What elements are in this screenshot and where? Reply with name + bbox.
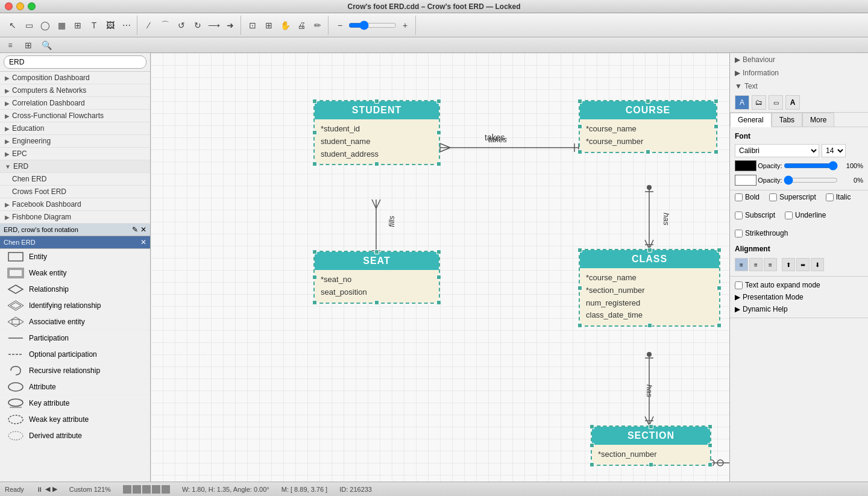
align-left-btn[interactable]: ≡ xyxy=(735,258,748,271)
prev-btn[interactable]: ◀ xyxy=(45,485,50,493)
handle[interactable] xyxy=(647,323,652,328)
handle[interactable] xyxy=(577,124,582,129)
image-tool[interactable]: 🖼 xyxy=(102,17,118,33)
handle[interactable] xyxy=(436,275,441,280)
superscript-checkbox-group[interactable]: Superscript xyxy=(769,193,816,201)
handle[interactable] xyxy=(436,300,441,305)
shape-derived-attribute[interactable]: Derived attribute xyxy=(0,428,150,444)
handle[interactable] xyxy=(312,99,317,104)
sidebar-item-correlation[interactable]: ▶ Correlation Dashboard xyxy=(0,97,150,110)
handle[interactable] xyxy=(590,443,594,448)
sidebar-item-computers[interactable]: ▶ Computers & Networks xyxy=(0,84,150,97)
curved-tool[interactable]: ⌒ xyxy=(157,17,173,33)
handle[interactable] xyxy=(436,250,441,254)
handle[interactable] xyxy=(590,424,594,429)
panel-text[interactable]: ▼ Text xyxy=(730,80,868,93)
more-shapes[interactable]: ⋯ xyxy=(119,17,134,33)
entity-section[interactable]: SECTION *section_number xyxy=(591,425,711,466)
handle[interactable] xyxy=(646,99,650,104)
page-btn-5[interactable] xyxy=(162,485,170,494)
underline-checkbox[interactable] xyxy=(785,212,793,219)
font-family-select[interactable]: Calibri Arial Times New Roman xyxy=(735,144,819,157)
text-tool[interactable]: T xyxy=(86,17,102,33)
align-right-btn[interactable]: ≡ xyxy=(764,258,777,271)
sidebar-item-crossfunctional[interactable]: ▶ Cross-Functional Flowcharts xyxy=(0,110,150,122)
pencil-tool[interactable]: ✏ xyxy=(310,17,326,33)
bg-color-box[interactable] xyxy=(735,175,756,186)
grid-view-icon[interactable]: ⊞ xyxy=(20,37,36,53)
entity-class[interactable]: CLASS *course_name *section_number num_r… xyxy=(579,249,720,327)
close-lib-icon[interactable]: ✕ xyxy=(140,225,146,234)
shape-weak-key-attribute[interactable]: Weak key attribute xyxy=(0,412,150,428)
underline-checkbox-group[interactable]: Underline xyxy=(785,211,826,219)
panel-information[interactable]: ▶ Information xyxy=(730,66,868,80)
arrow-tool[interactable]: ➜ xyxy=(222,17,238,33)
minimize-button[interactable] xyxy=(16,2,24,10)
handle[interactable] xyxy=(708,462,712,467)
zoom-slider[interactable] xyxy=(348,20,397,30)
handle[interactable] xyxy=(708,424,712,429)
strikethrough-checkbox[interactable] xyxy=(735,230,743,237)
handle[interactable] xyxy=(717,323,722,328)
strikethrough-checkbox-group[interactable]: Strikethrough xyxy=(735,229,788,237)
redo-tool[interactable]: ↻ xyxy=(190,17,206,33)
handle[interactable] xyxy=(374,250,379,254)
select-tool[interactable]: ↖ xyxy=(5,17,20,33)
align-center-btn[interactable]: ≡ xyxy=(749,258,763,271)
sidebar-item-education[interactable]: ▶ Education xyxy=(0,122,150,135)
entity-student[interactable]: STUDENT *student_id student_name student… xyxy=(313,100,440,165)
text-auto-expand-checkbox[interactable] xyxy=(735,281,743,289)
edit-lib-icon[interactable]: ✎ xyxy=(132,225,138,234)
undo-tool[interactable]: ↺ xyxy=(174,17,189,33)
bold-checkbox[interactable] xyxy=(735,193,743,201)
handle[interactable] xyxy=(714,149,719,154)
canvas[interactable]: takes fills has has teaches takes STUDEN… xyxy=(151,53,729,482)
sidebar-item-epc[interactable]: ▶ EPC xyxy=(0,148,150,160)
handle[interactable] xyxy=(646,149,650,154)
zoom-in[interactable]: + xyxy=(397,17,413,33)
handle[interactable] xyxy=(436,130,441,135)
next-btn[interactable]: ▶ xyxy=(52,485,57,493)
close-lib2-icon[interactable]: ✕ xyxy=(140,238,146,246)
text-color-btn[interactable]: A xyxy=(735,95,749,110)
handle[interactable] xyxy=(312,162,317,166)
zoom-fit[interactable]: ⊞ xyxy=(261,17,277,33)
smart-connect[interactable]: ⟶ xyxy=(206,17,222,33)
entity-seat[interactable]: SEAT *seat_no seat_position xyxy=(313,251,440,304)
align-middle-btn[interactable]: ⬌ xyxy=(796,258,810,271)
shape-entity[interactable]: Entity xyxy=(0,249,150,265)
search-input[interactable] xyxy=(4,55,146,69)
handle[interactable] xyxy=(577,248,582,253)
italic-checkbox[interactable] xyxy=(826,193,834,201)
presentation-mode-row[interactable]: ▶ Presentation Mode xyxy=(735,291,863,303)
handle[interactable] xyxy=(647,248,652,253)
handle[interactable] xyxy=(590,462,594,467)
align-top-btn[interactable]: ⬆ xyxy=(782,258,795,271)
handle[interactable] xyxy=(708,443,712,448)
handle[interactable] xyxy=(312,130,317,135)
text-bg-btn[interactable]: 🗂 xyxy=(752,95,766,110)
align-bottom-btn[interactable]: ⬇ xyxy=(811,258,824,271)
handle[interactable] xyxy=(312,275,317,280)
handle[interactable] xyxy=(374,300,379,305)
font-size-select[interactable]: 14 12 16 18 xyxy=(822,144,846,157)
pause-btn[interactable]: ⏸ xyxy=(36,486,43,493)
tab-more[interactable]: More xyxy=(802,113,834,127)
rect-tool[interactable]: ▭ xyxy=(21,17,37,33)
handle[interactable] xyxy=(577,323,582,328)
tab-tabs[interactable]: Tabs xyxy=(772,113,802,127)
handle[interactable] xyxy=(436,162,441,166)
superscript-checkbox[interactable] xyxy=(769,193,777,201)
container-tool[interactable]: ⊞ xyxy=(70,17,86,33)
shape-weak-entity[interactable]: Weak entity xyxy=(0,265,150,281)
shape-optional-participation[interactable]: Optional participation xyxy=(0,347,150,363)
shape-relationship[interactable]: Relationship xyxy=(0,281,150,298)
handle[interactable] xyxy=(577,286,582,290)
font-color-box[interactable] xyxy=(735,160,756,171)
tab-general[interactable]: General xyxy=(730,113,772,127)
zoom-out[interactable]: − xyxy=(332,17,348,33)
shape-associative-entity[interactable]: Associative entity xyxy=(0,314,150,330)
sidebar-item-composition[interactable]: ▶ Composition Dashboard xyxy=(0,72,150,84)
text-auto-expand-row[interactable]: Text auto expand mode xyxy=(735,279,863,291)
sidebar-item-fishbone[interactable]: ▶ Fishbone Diagram xyxy=(0,211,150,224)
